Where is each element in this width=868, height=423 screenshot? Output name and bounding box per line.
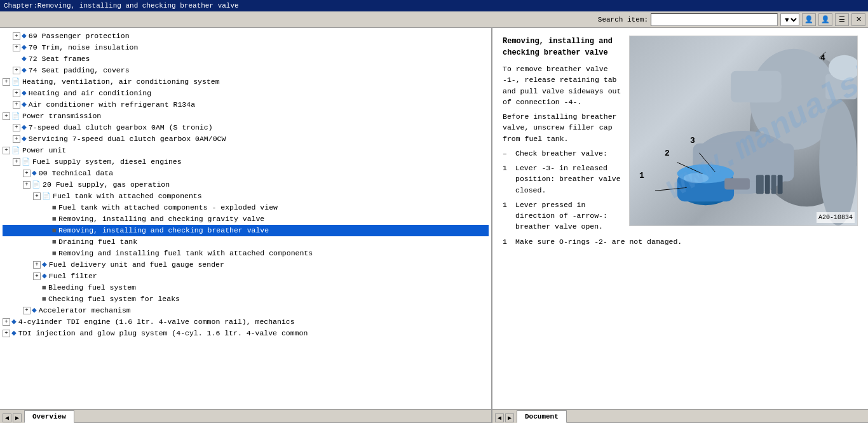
right-tab-bar: ◀ ▶ Document (492, 409, 868, 423)
right-nav-arrow-prev[interactable]: ◀ (495, 413, 504, 422)
tree-item-19[interactable]: ■Draining fuel tank (3, 236, 489, 248)
tree-item-13[interactable]: +◆00 Technical data (3, 168, 489, 179)
left-tab-bar: ◀ ▶ Overview (0, 409, 492, 423)
doc-para-3: 1 Lever -3- in released position: breath… (503, 163, 621, 196)
tree-item-8[interactable]: +📄Power transmission (3, 111, 489, 122)
callout-3: 3 (690, 135, 695, 147)
tree-item-17[interactable]: ■Removing, installing and checking gravi… (3, 213, 489, 225)
search-user-btn[interactable]: 👤 (802, 13, 816, 26)
tree-item-25[interactable]: +◆Accelerator mechanism (3, 305, 489, 316)
tree-item-23[interactable]: ■Bleeding fuel system (3, 282, 489, 293)
left-nav-arrow-prev[interactable]: ◀ (3, 413, 11, 422)
search-input[interactable] (651, 13, 778, 26)
tree-item-12[interactable]: +📄Fuel supply system, diesel engines (3, 156, 489, 168)
left-panel: +◆69 Passenger protection+◆70 Trim, nois… (0, 28, 492, 409)
svg-rect-11 (756, 175, 764, 194)
menu-btn[interactable]: ☰ (835, 13, 849, 26)
tree-item-4[interactable]: +◆74 Seat padding, covers (3, 65, 489, 76)
doc-para-2: – Check breather valve: (503, 148, 621, 159)
tree-item-24[interactable]: ■Checking fuel system for leaks (3, 293, 489, 305)
tree-item-1[interactable]: +◆69 Passenger protection (3, 30, 489, 42)
svg-point-21 (684, 173, 709, 184)
tree-item-20[interactable]: ■Removing and installing fuel tank with … (3, 248, 489, 259)
tree-item-26[interactable]: +◆4-cylinder TDI engine (1.6 ltr. 4-valv… (3, 316, 489, 328)
doc-para-5: 1 Make sure O-rings -2- are not damaged. (503, 236, 858, 247)
tree-item-18[interactable]: ■Removing, installing and checking breat… (3, 225, 489, 236)
tab-overview[interactable]: Overview (24, 410, 74, 423)
callout-4: 4 (820, 52, 825, 65)
tree-item-3[interactable]: ◆72 Seat frames (3, 53, 489, 65)
title-bar: Chapter:Removing, installing and checkin… (0, 0, 868, 11)
search-user2-btn[interactable]: 👤 (818, 13, 832, 26)
doc-image: www.manualslib.co.uk 1 2 3 4 A20-10834 (629, 36, 858, 226)
callout-2: 2 (665, 147, 670, 160)
doc-content: www.manualslib.co.uk 1 2 3 4 A20-10834 R… (492, 28, 868, 409)
image-ref: A20-10834 (817, 212, 855, 223)
toolbar: Search item: ▼ 👤 👤 ☰ ✕ (0, 11, 868, 28)
tree-item-9[interactable]: +◆7-speed dual clutch gearbox 0AM (S tro… (3, 122, 489, 133)
right-panel: www.manualslib.co.uk 1 2 3 4 A20-10834 R… (492, 28, 868, 409)
close-btn[interactable]: ✕ (851, 13, 865, 26)
tree-item-15[interactable]: +📄Fuel tank with attached components (3, 191, 489, 202)
tree-item-6[interactable]: +◆Heating and air conditioning (3, 88, 489, 99)
svg-rect-14 (778, 175, 783, 194)
tree-item-14[interactable]: +📄20 Fuel supply, gas operation (3, 179, 489, 191)
tab-document[interactable]: Document (517, 410, 567, 423)
left-nav-arrow-next[interactable]: ▶ (13, 413, 22, 422)
tree-item-5[interactable]: +📄Heating, ventilation, air conditioning… (3, 76, 489, 88)
svg-rect-13 (771, 175, 776, 194)
search-dropdown[interactable]: ▼ (780, 13, 799, 26)
title-text: Chapter:Removing, installing and checkin… (4, 2, 239, 10)
tree-item-22[interactable]: +◆Fuel filter (3, 271, 489, 282)
tree-item-11[interactable]: +📄Power unit (3, 145, 489, 156)
svg-point-20 (819, 99, 857, 225)
doc-para-4: 1 Lever pressed in direction of -arrow-:… (503, 199, 621, 232)
svg-rect-12 (765, 175, 770, 194)
tree-item-10[interactable]: +◆Servicing 7-speed dual clutch gearbox … (3, 133, 489, 145)
right-nav-arrow-next[interactable]: ▶ (505, 413, 514, 422)
callout-1: 1 (639, 170, 644, 182)
search-label: Search item: (598, 16, 648, 24)
svg-rect-19 (731, 71, 781, 103)
svg-rect-10 (724, 178, 750, 190)
tree-item-2[interactable]: +◆70 Trim, noise insulation (3, 42, 489, 53)
tree-item-7[interactable]: +◆Air conditioner with refrigerant R134a (3, 99, 489, 111)
tree-item-16[interactable]: ■Fuel tank with attached components - ex… (3, 202, 489, 213)
tree-item-27[interactable]: +◆TDI injection and glow plug system (4-… (3, 328, 489, 339)
tree-item-21[interactable]: +◆Fuel delivery unit and fuel gauge send… (3, 259, 489, 271)
tree-container[interactable]: +◆69 Passenger protection+◆70 Trim, nois… (0, 28, 491, 409)
